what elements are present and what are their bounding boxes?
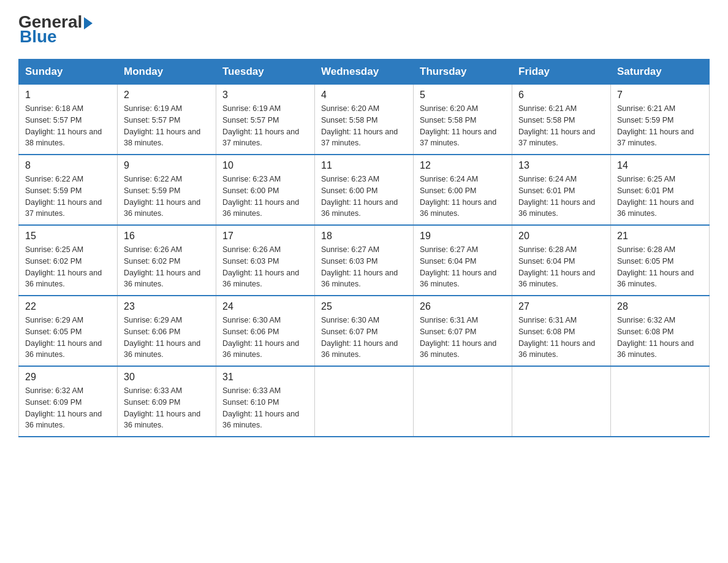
day-number: 8 xyxy=(25,160,111,171)
day-number: 9 xyxy=(124,160,210,171)
calendar-cell: 18Sunrise: 6:27 AMSunset: 6:03 PMDayligh… xyxy=(315,225,414,296)
day-number: 11 xyxy=(321,160,407,171)
day-number: 12 xyxy=(420,160,506,171)
calendar-cell: 10Sunrise: 6:23 AMSunset: 6:00 PMDayligh… xyxy=(216,155,315,225)
day-info: Sunrise: 6:32 AMSunset: 6:08 PMDaylight:… xyxy=(617,315,703,361)
day-info: Sunrise: 6:23 AMSunset: 6:00 PMDaylight:… xyxy=(222,174,308,220)
day-number: 25 xyxy=(321,301,407,312)
day-number: 20 xyxy=(518,231,604,242)
day-number: 15 xyxy=(25,231,111,242)
calendar-cell xyxy=(315,366,414,437)
day-info: Sunrise: 6:29 AMSunset: 6:05 PMDaylight:… xyxy=(25,315,111,361)
calendar-cell: 13Sunrise: 6:24 AMSunset: 6:01 PMDayligh… xyxy=(512,155,611,225)
day-info: Sunrise: 6:30 AMSunset: 6:06 PMDaylight:… xyxy=(222,315,308,361)
day-info: Sunrise: 6:27 AMSunset: 6:03 PMDaylight:… xyxy=(321,244,407,290)
day-info: Sunrise: 6:19 AMSunset: 5:57 PMDaylight:… xyxy=(222,103,308,149)
day-info: Sunrise: 6:27 AMSunset: 6:04 PMDaylight:… xyxy=(420,244,506,290)
calendar-cell: 5Sunrise: 6:20 AMSunset: 5:58 PMDaylight… xyxy=(414,85,512,155)
day-info: Sunrise: 6:18 AMSunset: 5:57 PMDaylight:… xyxy=(25,103,111,149)
day-number: 5 xyxy=(420,90,506,101)
day-info: Sunrise: 6:21 AMSunset: 5:58 PMDaylight:… xyxy=(518,103,604,149)
day-number: 4 xyxy=(321,90,407,101)
calendar-cell: 31Sunrise: 6:33 AMSunset: 6:10 PMDayligh… xyxy=(216,366,315,437)
calendar-week-row: 22Sunrise: 6:29 AMSunset: 6:05 PMDayligh… xyxy=(19,296,710,366)
calendar-week-row: 1Sunrise: 6:18 AMSunset: 5:57 PMDaylight… xyxy=(19,85,710,155)
logo: General Blue xyxy=(18,12,93,47)
day-number: 14 xyxy=(617,160,703,171)
calendar-cell: 19Sunrise: 6:27 AMSunset: 6:04 PMDayligh… xyxy=(414,225,512,296)
day-info: Sunrise: 6:32 AMSunset: 6:09 PMDaylight:… xyxy=(25,385,111,431)
day-info: Sunrise: 6:26 AMSunset: 6:02 PMDaylight:… xyxy=(124,244,210,290)
day-number: 19 xyxy=(420,231,506,242)
calendar-week-row: 8Sunrise: 6:22 AMSunset: 5:59 PMDaylight… xyxy=(19,155,710,225)
day-info: Sunrise: 6:31 AMSunset: 6:07 PMDaylight:… xyxy=(420,315,506,361)
day-number: 1 xyxy=(25,90,111,101)
day-number: 30 xyxy=(124,372,210,383)
calendar-header-row: SundayMondayTuesdayWednesdayThursdayFrid… xyxy=(19,59,710,85)
calendar-cell: 29Sunrise: 6:32 AMSunset: 6:09 PMDayligh… xyxy=(19,366,118,437)
day-info: Sunrise: 6:19 AMSunset: 5:57 PMDaylight:… xyxy=(124,103,210,149)
day-number: 10 xyxy=(222,160,308,171)
header-monday: Monday xyxy=(118,59,216,85)
calendar-cell: 12Sunrise: 6:24 AMSunset: 6:00 PMDayligh… xyxy=(414,155,512,225)
day-info: Sunrise: 6:31 AMSunset: 6:08 PMDaylight:… xyxy=(518,315,604,361)
day-number: 16 xyxy=(124,231,210,242)
calendar-cell: 28Sunrise: 6:32 AMSunset: 6:08 PMDayligh… xyxy=(611,296,710,366)
calendar-cell: 24Sunrise: 6:30 AMSunset: 6:06 PMDayligh… xyxy=(216,296,315,366)
day-info: Sunrise: 6:22 AMSunset: 5:59 PMDaylight:… xyxy=(124,174,210,220)
calendar-cell xyxy=(414,366,512,437)
header-friday: Friday xyxy=(512,59,611,85)
calendar-cell: 26Sunrise: 6:31 AMSunset: 6:07 PMDayligh… xyxy=(414,296,512,366)
calendar-cell: 21Sunrise: 6:28 AMSunset: 6:05 PMDayligh… xyxy=(611,225,710,296)
calendar-cell: 17Sunrise: 6:26 AMSunset: 6:03 PMDayligh… xyxy=(216,225,315,296)
day-info: Sunrise: 6:33 AMSunset: 6:10 PMDaylight:… xyxy=(222,385,308,431)
calendar-table: SundayMondayTuesdayWednesdayThursdayFrid… xyxy=(18,59,710,437)
logo-blue: Blue xyxy=(20,27,93,47)
day-number: 2 xyxy=(124,90,210,101)
day-info: Sunrise: 6:20 AMSunset: 5:58 PMDaylight:… xyxy=(321,103,407,149)
day-number: 24 xyxy=(222,301,308,312)
day-info: Sunrise: 6:23 AMSunset: 6:00 PMDaylight:… xyxy=(321,174,407,220)
day-number: 23 xyxy=(124,301,210,312)
calendar-cell: 16Sunrise: 6:26 AMSunset: 6:02 PMDayligh… xyxy=(118,225,216,296)
calendar-cell: 22Sunrise: 6:29 AMSunset: 6:05 PMDayligh… xyxy=(19,296,118,366)
day-info: Sunrise: 6:21 AMSunset: 5:59 PMDaylight:… xyxy=(617,103,703,149)
day-number: 17 xyxy=(222,231,308,242)
calendar-week-row: 29Sunrise: 6:32 AMSunset: 6:09 PMDayligh… xyxy=(19,366,710,437)
calendar-cell: 4Sunrise: 6:20 AMSunset: 5:58 PMDaylight… xyxy=(315,85,414,155)
calendar-week-row: 15Sunrise: 6:25 AMSunset: 6:02 PMDayligh… xyxy=(19,225,710,296)
calendar-cell: 14Sunrise: 6:25 AMSunset: 6:01 PMDayligh… xyxy=(611,155,710,225)
header-wednesday: Wednesday xyxy=(315,59,414,85)
day-number: 31 xyxy=(222,372,308,383)
day-info: Sunrise: 6:33 AMSunset: 6:09 PMDaylight:… xyxy=(124,385,210,431)
header-thursday: Thursday xyxy=(414,59,512,85)
day-number: 13 xyxy=(518,160,604,171)
header-sunday: Sunday xyxy=(19,59,118,85)
header-tuesday: Tuesday xyxy=(216,59,315,85)
day-info: Sunrise: 6:26 AMSunset: 6:03 PMDaylight:… xyxy=(222,244,308,290)
day-info: Sunrise: 6:29 AMSunset: 6:06 PMDaylight:… xyxy=(124,315,210,361)
calendar-cell: 9Sunrise: 6:22 AMSunset: 5:59 PMDaylight… xyxy=(118,155,216,225)
calendar-cell: 23Sunrise: 6:29 AMSunset: 6:06 PMDayligh… xyxy=(118,296,216,366)
calendar-cell: 20Sunrise: 6:28 AMSunset: 6:04 PMDayligh… xyxy=(512,225,611,296)
day-number: 28 xyxy=(617,301,703,312)
day-info: Sunrise: 6:30 AMSunset: 6:07 PMDaylight:… xyxy=(321,315,407,361)
day-info: Sunrise: 6:25 AMSunset: 6:01 PMDaylight:… xyxy=(617,174,703,220)
calendar-cell: 8Sunrise: 6:22 AMSunset: 5:59 PMDaylight… xyxy=(19,155,118,225)
day-number: 3 xyxy=(222,90,308,101)
day-number: 22 xyxy=(25,301,111,312)
day-info: Sunrise: 6:24 AMSunset: 6:01 PMDaylight:… xyxy=(518,174,604,220)
page-header: General Blue xyxy=(18,12,710,47)
day-number: 21 xyxy=(617,231,703,242)
calendar-cell: 11Sunrise: 6:23 AMSunset: 6:00 PMDayligh… xyxy=(315,155,414,225)
calendar-cell: 1Sunrise: 6:18 AMSunset: 5:57 PMDaylight… xyxy=(19,85,118,155)
calendar-cell: 15Sunrise: 6:25 AMSunset: 6:02 PMDayligh… xyxy=(19,225,118,296)
calendar-cell: 30Sunrise: 6:33 AMSunset: 6:09 PMDayligh… xyxy=(118,366,216,437)
calendar-cell: 25Sunrise: 6:30 AMSunset: 6:07 PMDayligh… xyxy=(315,296,414,366)
day-number: 29 xyxy=(25,372,111,383)
calendar-cell xyxy=(512,366,611,437)
day-info: Sunrise: 6:25 AMSunset: 6:02 PMDaylight:… xyxy=(25,244,111,290)
day-number: 27 xyxy=(518,301,604,312)
day-info: Sunrise: 6:22 AMSunset: 5:59 PMDaylight:… xyxy=(25,174,111,220)
day-number: 7 xyxy=(617,90,703,101)
